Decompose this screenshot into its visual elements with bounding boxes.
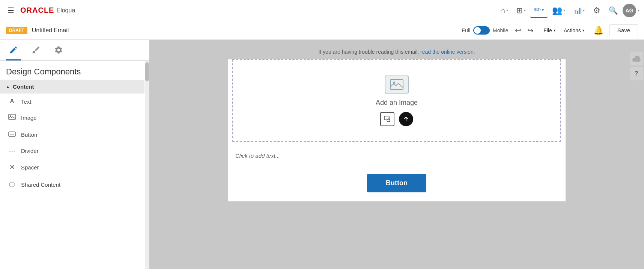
svg-point-5 — [393, 82, 395, 84]
eloqua-logo-text: Eloqua — [56, 7, 75, 14]
svg-rect-6 — [384, 116, 389, 120]
file-chevron: ▾ — [554, 28, 555, 32]
gear-icon: ⚙ — [593, 6, 600, 15]
nav-users[interactable]: 👥 ▾ — [548, 3, 569, 18]
main-layout: Design Components ▲ Content A Text — [0, 40, 644, 269]
pencil-chevron: ▾ — [542, 8, 544, 12]
view-toggle: Full Mobile — [462, 26, 509, 35]
sidebar-item-spacer[interactable]: ✕ Spacer — [0, 159, 144, 176]
home-chevron: ▾ — [506, 8, 508, 12]
tab-settings[interactable] — [51, 40, 66, 60]
grid-icon: ⊞ — [516, 6, 523, 15]
image-icon — [8, 114, 17, 122]
file-menu-button[interactable]: File ▾ — [540, 26, 558, 35]
divider-icon: - - - — [8, 148, 17, 154]
notice-link[interactable]: read the online version. — [420, 49, 475, 55]
notifications-button[interactable]: 🔔 — [592, 24, 605, 37]
users-chevron: ▾ — [563, 8, 565, 12]
image-search-button[interactable] — [380, 112, 394, 126]
toggle-thumb — [474, 27, 481, 34]
nav-home[interactable]: ⌂ ▾ — [497, 3, 512, 18]
tab-design[interactable] — [6, 40, 21, 60]
image-actions — [380, 112, 413, 126]
button-label: Button — [21, 131, 37, 138]
mobile-label: Mobile — [493, 27, 508, 33]
view-toggle-track[interactable] — [473, 26, 490, 35]
undo-redo-group: ↩ ↪ — [513, 25, 536, 36]
actions-menu-button[interactable]: Actions ▾ — [561, 26, 587, 35]
sidebar-content: Design Components ▲ Content A Text — [0, 61, 149, 269]
actions-chevron: ▾ — [582, 28, 584, 32]
spacer-icon: ✕ — [8, 163, 17, 171]
doc-title: Untitled Email — [32, 27, 69, 34]
nav-pencil[interactable]: ✏ ▾ — [530, 3, 548, 18]
collapse-triangle: ▲ — [6, 85, 10, 89]
image-label: Image — [21, 115, 37, 121]
svg-point-7 — [387, 119, 390, 122]
sidebar-item-shared-content[interactable]: ⬡ Shared Content — [0, 176, 144, 193]
hamburger-menu[interactable]: ☰ — [5, 5, 17, 17]
grid-chevron: ▾ — [524, 8, 526, 12]
docbar: DRAFT Untitled Email Full Mobile ↩ ↪ Fil… — [0, 21, 644, 40]
shared-content-label: Shared Content — [21, 181, 60, 188]
button-icon — [8, 131, 17, 139]
nav-chart[interactable]: 📊 ▾ — [570, 4, 588, 17]
undo-button[interactable]: ↩ — [513, 25, 524, 36]
oracle-logo-text: ORACLE — [20, 6, 54, 15]
email-notice: If you are having trouble reading this e… — [228, 49, 566, 55]
avatar-chevron[interactable]: ▾ — [638, 8, 639, 12]
topbar-nav-icons: ⌂ ▾ ⊞ ▾ ✏ ▾ 👥 ▾ 📊 ▾ ⚙ 🔍 AG ▾ — [497, 3, 639, 18]
image-block[interactable]: Add an Image — [232, 59, 561, 142]
file-actions: File ▾ Actions ▾ — [540, 26, 587, 35]
docbar-right: Full Mobile ↩ ↪ File ▾ Actions ▾ 🔔 Save — [462, 24, 638, 37]
email-canvas: If you are having trouble reading this e… — [228, 49, 566, 260]
pencil-icon: ✏ — [534, 5, 541, 15]
app-logo: ORACLE Eloqua — [20, 6, 75, 15]
text-icon: A — [8, 98, 17, 105]
tab-style[interactable] — [29, 40, 44, 60]
sidebar-item-divider[interactable]: - - - Divider — [0, 143, 144, 159]
nav-grid[interactable]: ⊞ ▾ — [513, 4, 530, 17]
users-icon: 👥 — [552, 6, 562, 15]
chart-icon: 📊 — [573, 6, 582, 15]
text-label: Text — [21, 98, 32, 105]
sidebar-item-text[interactable]: A Text — [0, 94, 144, 109]
home-icon: ⌂ — [500, 6, 505, 15]
notice-text: If you are having trouble reading this e… — [318, 49, 419, 55]
sidebar: Design Components ▲ Content A Text — [0, 40, 149, 269]
sidebar-title: Design Components — [0, 61, 144, 80]
spacer-label: Spacer — [21, 164, 39, 171]
topbar: ☰ ORACLE Eloqua ⌂ ▾ ⊞ ▾ ✏ ▾ 👥 ▾ 📊 ▾ ⚙ 🔍 … — [0, 0, 644, 21]
email-cta-button[interactable]: Button — [367, 174, 426, 192]
full-label: Full — [462, 27, 471, 33]
sidebar-item-button[interactable]: Button — [0, 126, 144, 143]
button-block: Button — [228, 165, 566, 201]
draft-badge: DRAFT — [6, 27, 27, 34]
email-body: Add an Image — [228, 59, 566, 201]
canvas-area: If you are having trouble reading this e… — [149, 40, 644, 269]
content-section-label: Content — [13, 83, 34, 90]
chart-chevron: ▾ — [583, 8, 585, 12]
right-panel: ? — [628, 49, 644, 83]
sidebar-item-image[interactable]: Image — [0, 109, 144, 126]
shared-content-icon: ⬡ — [8, 180, 17, 189]
divider-label: Divider — [21, 148, 39, 154]
cloud-button[interactable] — [630, 52, 643, 65]
search-button[interactable]: 🔍 — [605, 4, 622, 17]
help-button[interactable]: ? — [630, 67, 643, 80]
avatar[interactable]: AG — [623, 4, 636, 17]
image-placeholder-icon — [385, 76, 409, 94]
redo-button[interactable]: ↪ — [525, 25, 536, 36]
text-block[interactable]: Click to add text... — [228, 147, 566, 165]
save-button[interactable]: Save — [609, 24, 638, 36]
content-section-header[interactable]: ▲ Content — [0, 80, 144, 94]
add-image-label: Add an Image — [376, 99, 418, 107]
sidebar-tabs — [0, 40, 149, 61]
nav-gear[interactable]: ⚙ — [589, 3, 604, 18]
image-upload-button[interactable] — [399, 112, 413, 126]
svg-line-8 — [390, 121, 390, 122]
